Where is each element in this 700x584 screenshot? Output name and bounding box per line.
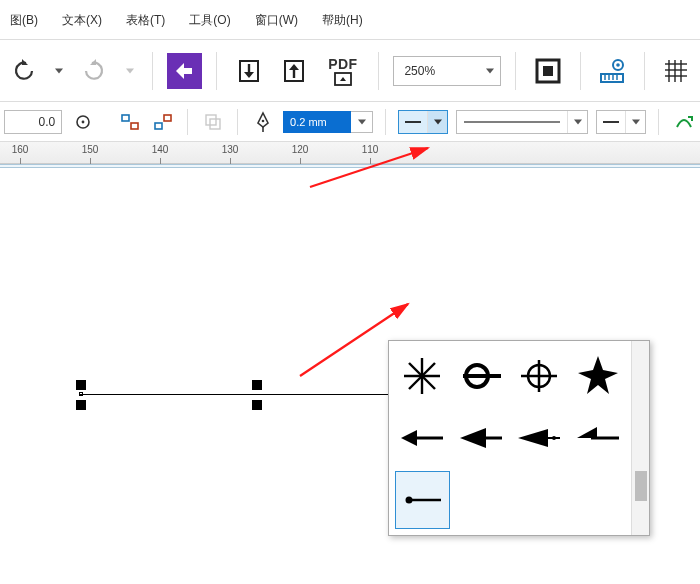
rotation-field[interactable]: 0.0 — [4, 110, 62, 134]
end-arrowhead-preview — [597, 111, 625, 133]
arrowhead-option-half-arrow-left[interactable] — [571, 409, 626, 467]
arrowhead-option-spark-star[interactable] — [571, 347, 626, 405]
menu-item-text[interactable]: 文本(X) — [62, 12, 102, 29]
order-icon[interactable] — [200, 109, 225, 135]
scrollbar-thumb[interactable] — [635, 471, 647, 501]
ellipse-icon[interactable] — [70, 109, 95, 135]
svg-point-30 — [81, 120, 84, 123]
svg-rect-33 — [155, 123, 162, 129]
page-edge-guide — [0, 164, 700, 168]
svg-marker-68 — [577, 427, 597, 438]
arrowhead-option-empty[interactable] — [571, 471, 626, 529]
end-arrowhead-combo[interactable] — [596, 110, 646, 134]
arrowhead-option-empty[interactable] — [512, 471, 567, 529]
menu-item-bitmap[interactable]: 图(B) — [10, 12, 38, 29]
undo-button[interactable] — [6, 53, 41, 89]
menu-item-table[interactable]: 表格(T) — [126, 12, 165, 29]
end-arrowhead-dropdown[interactable] — [625, 111, 645, 133]
svg-rect-34 — [164, 115, 171, 121]
line-style-dropdown[interactable] — [567, 111, 587, 133]
menu-bar: 图(B) 文本(X) 表格(T) 工具(O) 窗口(W) 帮助(H) — [0, 0, 700, 40]
export-button[interactable] — [276, 53, 311, 89]
zoom-value: 250% — [404, 64, 435, 78]
svg-marker-41 — [434, 119, 442, 124]
undo-dropdown[interactable] — [51, 53, 67, 89]
svg-marker-39 — [358, 119, 366, 124]
svg-rect-32 — [131, 123, 138, 129]
outline-width-value[interactable]: 0.2 mm — [283, 111, 351, 133]
svg-rect-15 — [543, 66, 553, 76]
main-toolbar: PDF 250% — [0, 40, 700, 102]
outline-width-combo[interactable]: 0.2 mm — [283, 111, 373, 133]
ruler-tick: 150 — [82, 144, 99, 155]
redo-dropdown[interactable] — [122, 53, 138, 89]
selection-handle[interactable] — [76, 400, 86, 410]
horizontal-ruler: 160 150 140 130 120 110 — [0, 142, 700, 164]
svg-marker-2 — [90, 59, 96, 65]
selected-line-object[interactable] — [80, 394, 440, 395]
rotation-value: 0.0 — [39, 115, 56, 129]
rulers-button[interactable] — [595, 53, 630, 89]
start-arrowhead-preview — [399, 111, 427, 133]
svg-marker-0 — [22, 59, 28, 65]
svg-marker-65 — [518, 429, 548, 447]
arrowhead-option-dot-line[interactable] — [395, 471, 450, 529]
svg-rect-31 — [122, 115, 129, 121]
separator — [385, 109, 386, 135]
import-button[interactable] — [231, 53, 266, 89]
svg-marker-59 — [578, 356, 618, 394]
arrowhead-grid — [389, 341, 631, 535]
line-style-combo[interactable] — [456, 110, 588, 134]
svg-rect-36 — [210, 119, 220, 129]
svg-marker-4 — [176, 63, 192, 79]
align-distribute-icon-1[interactable] — [117, 109, 142, 135]
arrowhead-option-arrow-left-solid[interactable] — [395, 409, 450, 467]
grid-button[interactable] — [659, 53, 694, 89]
start-arrowhead-combo[interactable] — [398, 110, 448, 134]
ruler-tick: 110 — [362, 144, 379, 155]
separator — [378, 52, 379, 90]
redo-button[interactable] — [77, 53, 112, 89]
menu-item-window[interactable]: 窗口(W) — [255, 12, 298, 29]
chevron-down-icon — [632, 118, 640, 126]
chevron-down-icon — [486, 67, 494, 75]
arrowhead-option-triangle-left-solid[interactable] — [454, 409, 509, 467]
arrowhead-option-empty[interactable] — [454, 471, 509, 529]
selection-handle[interactable] — [252, 380, 262, 390]
svg-marker-61 — [401, 430, 417, 446]
start-arrowhead-dropdown[interactable] — [427, 111, 447, 133]
chevron-down-icon — [574, 118, 582, 126]
separator — [515, 52, 516, 90]
separator — [644, 52, 645, 90]
outline-width-dropdown[interactable] — [351, 111, 373, 133]
svg-marker-45 — [632, 119, 640, 124]
selection-handle[interactable] — [76, 380, 86, 390]
pdf-export-button[interactable]: PDF — [321, 53, 364, 89]
ruler-tick: 140 — [152, 144, 169, 155]
panel-scrollbar[interactable] — [631, 341, 649, 535]
selection-handle[interactable] — [252, 400, 262, 410]
fullscreen-preview-button[interactable] — [530, 53, 565, 89]
separator — [580, 52, 581, 90]
ruler-tick: 160 — [12, 144, 29, 155]
ruler-tick: 120 — [292, 144, 309, 155]
publish-icon[interactable] — [167, 53, 202, 89]
align-distribute-icon-2[interactable] — [150, 109, 175, 135]
pdf-label: PDF — [328, 56, 358, 72]
chevron-down-icon — [434, 118, 442, 126]
svg-marker-7 — [244, 72, 254, 78]
close-curve-icon[interactable] — [671, 109, 696, 135]
arrowhead-option-crosshair[interactable] — [512, 347, 567, 405]
svg-rect-35 — [206, 115, 216, 125]
menu-item-help[interactable]: 帮助(H) — [322, 12, 363, 29]
drawing-canvas[interactable] — [0, 164, 700, 544]
separator — [237, 109, 238, 135]
arrowhead-option-ring-bar[interactable] — [454, 347, 509, 405]
menu-item-tools[interactable]: 工具(O) — [189, 12, 230, 29]
pen-outline-icon[interactable] — [250, 109, 275, 135]
arrowhead-option-burst-star[interactable] — [395, 347, 450, 405]
svg-marker-12 — [340, 77, 346, 81]
arrowhead-option-triangle-left-thin[interactable] — [512, 409, 567, 467]
zoom-combo[interactable]: 250% — [393, 56, 501, 86]
property-bar: 0.0 0.2 mm — [0, 102, 700, 142]
